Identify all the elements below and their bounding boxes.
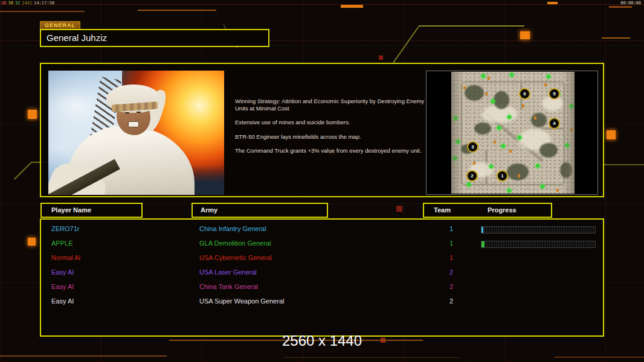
deco-line xyxy=(555,357,644,358)
portrait-mouth xyxy=(128,121,139,127)
deco-circuit-line xyxy=(393,26,419,63)
fps-stat-part: 14:17:58 xyxy=(34,1,54,5)
player-army-cell: China Tank General xyxy=(199,283,258,290)
player-name-cell: Easy AI xyxy=(51,283,74,290)
map-unit-marker xyxy=(507,115,512,119)
progress-bar xyxy=(481,226,596,233)
deco-line xyxy=(341,5,363,8)
player-name-cell: Easy AI xyxy=(51,297,74,305)
map-supply-marker xyxy=(509,150,512,153)
map-supply-marker xyxy=(556,189,559,192)
map-supply-marker xyxy=(473,162,475,165)
deco-line xyxy=(138,10,216,11)
table-row: Easy AIUSA Super Weapon General2 xyxy=(41,294,603,309)
player-army-cell: China Infantry General xyxy=(199,225,266,232)
portrait-eye xyxy=(125,112,129,113)
player-name-cell: APPLE xyxy=(51,240,72,247)
map-tree-cluster xyxy=(465,85,484,101)
progress-fill xyxy=(481,241,485,247)
general-info-panel: Winning Strategy: Attrition and Economic… xyxy=(40,63,604,197)
player-army-cell: GLA Demolition General xyxy=(199,240,271,247)
map-start-position: 4 xyxy=(549,118,560,129)
map-supply-marker xyxy=(518,174,520,177)
map-unit-marker xyxy=(453,116,458,121)
header-player-name-label: Player Name xyxy=(51,206,91,214)
header-player-name: Player Name xyxy=(40,203,143,218)
player-name-cell: ZERO71r xyxy=(51,225,79,232)
table-row: ZERO71rChina Infantry General1 xyxy=(41,222,603,237)
map-start-position: 2 xyxy=(466,170,478,182)
bio-paragraph: The Command Truck grants +3% value from … xyxy=(235,147,425,154)
player-name-cell: Normal AI xyxy=(51,254,80,261)
general-name-box: General Juhziz xyxy=(40,29,269,47)
map-tree-cluster xyxy=(507,164,529,180)
deco-line xyxy=(609,6,632,8)
bio-paragraph: Winning Strategy: Attrition and Economic… xyxy=(235,98,425,112)
header-progress-label: Progress xyxy=(488,206,517,214)
general-name: General Juhziz xyxy=(47,33,107,43)
map-sand-patch xyxy=(481,105,518,123)
map-start-position: 1 xyxy=(497,170,508,182)
deco-line xyxy=(547,2,558,4)
bio-paragraph: BTR-50 Engineer lays minefields across t… xyxy=(235,133,425,141)
table-row: APPLEGLA Demolition General1 xyxy=(41,237,603,251)
deco-line xyxy=(0,355,167,357)
map-unit-marker xyxy=(481,74,486,78)
map-supply-marker xyxy=(463,86,466,89)
table-row: Normal AIUSA Cybernetic General1 xyxy=(41,251,603,265)
header-team-progress: Team Progress xyxy=(423,203,552,218)
map-tree-cluster xyxy=(560,162,572,178)
deco-circuit-line xyxy=(14,162,32,180)
general-portrait xyxy=(48,71,224,195)
map-unit-marker xyxy=(540,184,545,189)
deco-line xyxy=(0,4,644,5)
player-team-cell: 2 xyxy=(447,297,456,305)
map-unit-marker xyxy=(466,182,471,187)
fps-stat-part: 32 xyxy=(15,1,20,5)
fps-stat-part: 30 xyxy=(8,1,13,5)
map-unit-marker xyxy=(546,74,551,79)
player-army-cell: USA Super Weapon General xyxy=(199,297,284,305)
map-start-position: 6 xyxy=(519,88,530,100)
map-unit-marker xyxy=(501,144,506,148)
map-start-position: 5 xyxy=(549,88,560,100)
player-name-cell: Easy AI xyxy=(51,268,74,276)
deco-circuit-line xyxy=(419,25,524,27)
map-unit-marker xyxy=(565,143,570,148)
map-unit-marker xyxy=(507,188,512,193)
map-tree-cluster xyxy=(539,143,558,157)
deco-square xyxy=(379,56,383,60)
map-supply-marker xyxy=(522,104,524,107)
header-army: Army xyxy=(192,203,328,218)
map-supply-marker xyxy=(570,129,573,132)
map-unit-marker xyxy=(489,164,494,169)
map-tree-cluster xyxy=(494,91,509,109)
table-row: Easy AIUSA Laser General2 xyxy=(41,265,603,280)
map-tree-cluster xyxy=(474,122,491,135)
player-team-cell: 1 xyxy=(447,240,456,247)
player-army-cell: USA Cybernetic General xyxy=(199,254,272,261)
general-bio: Winning Strategy: Attrition and Economic… xyxy=(235,98,425,162)
resolution-text: 2560 x 1440 xyxy=(0,332,644,349)
deco-square xyxy=(396,206,402,212)
map-road xyxy=(481,110,544,162)
fps-stat-part: [44] xyxy=(22,1,32,5)
map-unit-marker xyxy=(517,135,522,140)
deco-line xyxy=(0,11,85,12)
map-supply-marker xyxy=(488,77,490,80)
player-team-cell: 1 xyxy=(447,254,456,261)
portrait-eye xyxy=(137,112,141,113)
map-unit-marker xyxy=(509,72,514,77)
player-rows: ZERO71rChina Infantry General1APPLEGLA D… xyxy=(41,222,603,309)
map-start-position: 3 xyxy=(467,141,478,153)
fps-stats-overlay: UR3032[44]14:17:58 xyxy=(1,1,56,5)
player-team-cell: 2 xyxy=(447,268,456,276)
map-supply-marker xyxy=(485,92,488,95)
map-unit-marker xyxy=(491,99,495,104)
player-army-cell: USA Laser General xyxy=(199,268,257,276)
map-unit-marker xyxy=(497,125,501,130)
deco-square xyxy=(28,110,37,119)
map-road xyxy=(485,150,488,185)
map-preview-image: 123456 xyxy=(451,72,575,194)
map-unit-marker xyxy=(535,164,540,168)
